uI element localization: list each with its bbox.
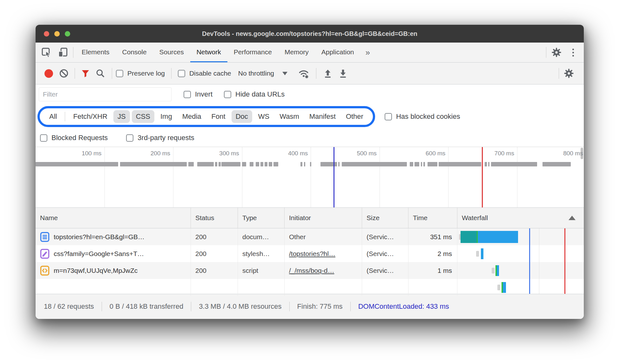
- cell-type[interactable]: stylesh…: [238, 245, 285, 262]
- table-row[interactable]: m=n73qwf,UUJqVe,MpJwZc200script/_/mss/bo…: [36, 262, 584, 279]
- filter-type-ws[interactable]: WS: [254, 110, 273, 123]
- request-name: css?family=Google+Sans+T…: [54, 250, 144, 258]
- initiator-link[interactable]: /topstories?hl…: [289, 250, 335, 258]
- overview-activity-bar: [120, 162, 187, 166]
- waterfall-bar: [461, 231, 518, 243]
- table-row[interactable]: topstories?hl=en-GB&gl=GB…200docum…Other…: [36, 228, 584, 245]
- tab-elements[interactable]: Elements: [75, 43, 116, 62]
- cell-type[interactable]: script: [238, 262, 285, 279]
- table-row[interactable]: css?family=Google+Sans+T…200stylesh…/top…: [36, 245, 584, 262]
- more-tabs-button[interactable]: »: [360, 43, 375, 62]
- third-party-requests-toggle[interactable]: 3rd-party requests: [126, 134, 194, 142]
- import-har-button[interactable]: [320, 69, 335, 78]
- record-network-log-button[interactable]: [44, 69, 53, 78]
- cell-time[interactable]: 1 ms: [408, 262, 457, 279]
- tab-network[interactable]: Network: [190, 43, 227, 62]
- cell-status[interactable]: [191, 279, 238, 296]
- column-header-waterfall[interactable]: Waterfall: [457, 208, 584, 228]
- preserve-log-toggle[interactable]: Preserve log: [116, 70, 165, 77]
- overview-activity-bar: [269, 162, 272, 166]
- clear-icon: [59, 69, 69, 78]
- tab-application[interactable]: Application: [315, 43, 361, 62]
- minimize-window-button[interactable]: [54, 31, 60, 37]
- disable-cache-toggle[interactable]: Disable cache: [178, 70, 231, 77]
- cell-status[interactable]: 200: [191, 262, 238, 279]
- cell-time[interactable]: 351 ms: [408, 228, 457, 245]
- tab-sources[interactable]: Sources: [153, 43, 190, 62]
- cell-type[interactable]: docum…: [238, 228, 285, 245]
- preserve-log-checkbox[interactable]: [116, 70, 123, 77]
- disable-cache-checkbox[interactable]: [178, 70, 185, 77]
- customize-devtools-button[interactable]: [565, 43, 581, 62]
- filter-type-font[interactable]: Font: [207, 110, 230, 123]
- has-blocked-cookies-checkbox[interactable]: [385, 113, 392, 120]
- hide-data-urls-checkbox[interactable]: [224, 91, 231, 98]
- network-overview-timeline[interactable]: 100 ms200 ms300 ms400 ms500 ms600 ms700 …: [36, 147, 584, 208]
- network-settings-button[interactable]: [561, 68, 577, 78]
- search-button[interactable]: [93, 69, 108, 78]
- filter-input[interactable]: [39, 87, 172, 101]
- timeline-tick-label: 500 ms: [357, 150, 376, 157]
- filter-type-all[interactable]: All: [45, 110, 61, 123]
- maximize-window-button[interactable]: [65, 31, 70, 37]
- cell-name[interactable]: css?family=Google+Sans+T…: [36, 245, 191, 262]
- filter-type-js[interactable]: JS: [113, 110, 130, 123]
- cell-time[interactable]: 2 ms: [408, 245, 457, 262]
- filter-type-other[interactable]: Other: [342, 110, 367, 123]
- cell-size[interactable]: [362, 279, 408, 296]
- tab-performance[interactable]: Performance: [227, 43, 278, 62]
- hide-data-urls-toggle[interactable]: Hide data URLs: [224, 90, 285, 98]
- clear-network-log-button[interactable]: [56, 69, 71, 78]
- inspect-element-button[interactable]: [38, 43, 55, 62]
- cell-status[interactable]: 200: [191, 228, 238, 245]
- column-header-name[interactable]: Name: [36, 208, 191, 228]
- has-blocked-cookies-toggle[interactable]: Has blocked cookies: [385, 112, 460, 121]
- divider: [65, 112, 65, 121]
- devtools-settings-button[interactable]: [548, 43, 565, 62]
- toggle-device-toolbar-button[interactable]: [55, 43, 71, 62]
- filter-type-doc[interactable]: Doc: [232, 110, 252, 123]
- invert-filter-toggle[interactable]: Invert: [184, 90, 212, 98]
- invert-checkbox[interactable]: [184, 91, 191, 98]
- blocked-requests-toggle[interactable]: Blocked Requests: [40, 134, 108, 142]
- filter-type-wasm[interactable]: Wasm: [275, 110, 303, 123]
- column-header-time[interactable]: Time: [408, 208, 457, 228]
- cell-initiator[interactable]: /_/mss/boq-d…: [285, 262, 362, 279]
- filter-type-css[interactable]: CSS: [132, 110, 154, 123]
- column-header-status[interactable]: Status: [191, 208, 238, 228]
- export-har-button[interactable]: [335, 69, 351, 78]
- column-header-type[interactable]: Type: [238, 208, 285, 228]
- table-row[interactable]: [36, 279, 584, 296]
- cell-status[interactable]: 200: [191, 245, 238, 262]
- close-window-button[interactable]: [44, 31, 49, 37]
- column-header-initiator[interactable]: Initiator: [285, 208, 362, 228]
- cell-initiator[interactable]: [285, 279, 362, 296]
- initiator-link[interactable]: /_/mss/boq-d…: [289, 267, 334, 274]
- third-party-requests-checkbox[interactable]: [126, 134, 133, 142]
- filter-type-img[interactable]: Img: [156, 110, 176, 123]
- filter-toggle-button[interactable]: [78, 69, 93, 78]
- column-header-size[interactable]: Size: [362, 208, 408, 228]
- cell-initiator[interactable]: Other: [285, 228, 362, 245]
- cell-name[interactable]: [36, 279, 191, 296]
- blocked-requests-checkbox[interactable]: [40, 134, 47, 142]
- cell-name[interactable]: topstories?hl=en-GB&gl=GB…: [36, 228, 191, 245]
- cell-size[interactable]: (Servic…: [362, 245, 408, 262]
- cell-type[interactable]: [238, 279, 285, 296]
- filter-type-manifest[interactable]: Manifest: [305, 110, 340, 123]
- column-header-label: Waterfall: [462, 214, 488, 222]
- network-conditions-button[interactable]: [295, 68, 312, 79]
- upload-icon: [323, 69, 333, 78]
- title-bar[interactable]: DevTools - news.google.com/topstories?hl…: [36, 25, 584, 43]
- cell-time[interactable]: [408, 279, 457, 296]
- cell-size[interactable]: (Servic…: [362, 262, 408, 279]
- tab-memory[interactable]: Memory: [278, 43, 315, 62]
- cell-initiator[interactable]: /topstories?hl…: [285, 245, 362, 262]
- filter-type-media[interactable]: Media: [178, 110, 206, 123]
- filter-section: Invert Hide data URLs AllFetch/XHRJSCSSI…: [36, 84, 584, 147]
- tab-console[interactable]: Console: [116, 43, 153, 62]
- filter-type-fetch-xhr[interactable]: Fetch/XHR: [69, 110, 111, 123]
- cell-name[interactable]: m=n73qwf,UUJqVe,MpJwZc: [36, 262, 191, 279]
- cell-size[interactable]: (Servic…: [362, 228, 408, 245]
- throttling-dropdown[interactable]: No throttling: [236, 70, 290, 77]
